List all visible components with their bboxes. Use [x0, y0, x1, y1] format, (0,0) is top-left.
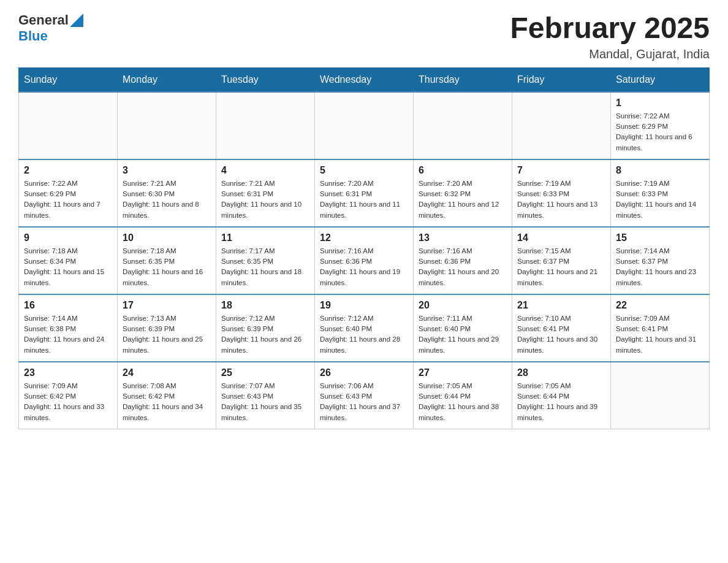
- calendar-subtitle: Mandal, Gujarat, India: [510, 47, 710, 61]
- calendar-cell: 13Sunrise: 7:16 AMSunset: 6:36 PMDayligh…: [414, 227, 512, 294]
- logo-triangle-icon: [70, 13, 83, 27]
- calendar-cell: 17Sunrise: 7:13 AMSunset: 6:39 PMDayligh…: [118, 294, 216, 362]
- calendar-cell: 11Sunrise: 7:17 AMSunset: 6:35 PMDayligh…: [216, 227, 315, 294]
- logo: General Blue: [18, 12, 83, 44]
- day-info: Sunrise: 7:11 AMSunset: 6:40 PMDaylight:…: [419, 313, 507, 356]
- calendar-cell: 1Sunrise: 7:22 AMSunset: 6:29 PMDaylight…: [611, 92, 710, 159]
- day-number: 14: [517, 232, 605, 243]
- calendar-week-1: 1Sunrise: 7:22 AMSunset: 6:29 PMDaylight…: [19, 92, 710, 159]
- calendar-cell: [315, 92, 414, 159]
- logo-general-text: General: [18, 12, 69, 28]
- col-monday: Monday: [118, 67, 216, 92]
- day-number: 12: [320, 232, 408, 243]
- calendar-cell: [611, 362, 710, 429]
- calendar-week-2: 2Sunrise: 7:22 AMSunset: 6:29 PMDaylight…: [19, 159, 710, 227]
- day-number: 1: [616, 98, 704, 109]
- calendar-cell: [19, 92, 118, 159]
- col-wednesday: Wednesday: [315, 67, 414, 92]
- day-number: 13: [419, 232, 507, 243]
- day-number: 17: [123, 300, 211, 311]
- calendar-cell: 2Sunrise: 7:22 AMSunset: 6:29 PMDaylight…: [19, 159, 118, 227]
- day-info: Sunrise: 7:09 AMSunset: 6:41 PMDaylight:…: [616, 313, 704, 356]
- col-saturday: Saturday: [611, 67, 710, 92]
- day-info: Sunrise: 7:19 AMSunset: 6:33 PMDaylight:…: [517, 178, 605, 221]
- day-info: Sunrise: 7:14 AMSunset: 6:38 PMDaylight:…: [24, 313, 112, 356]
- day-info: Sunrise: 7:22 AMSunset: 6:29 PMDaylight:…: [616, 111, 704, 153]
- day-info: Sunrise: 7:19 AMSunset: 6:33 PMDaylight:…: [616, 178, 704, 221]
- day-number: 18: [221, 300, 309, 311]
- day-number: 15: [616, 232, 704, 243]
- day-number: 11: [221, 232, 309, 243]
- calendar-week-3: 9Sunrise: 7:18 AMSunset: 6:34 PMDaylight…: [19, 227, 710, 294]
- calendar-cell: 14Sunrise: 7:15 AMSunset: 6:37 PMDayligh…: [512, 227, 611, 294]
- calendar-cell: 18Sunrise: 7:12 AMSunset: 6:39 PMDayligh…: [216, 294, 315, 362]
- day-number: 3: [123, 165, 211, 176]
- logo-blue-text: Blue: [18, 28, 48, 44]
- day-info: Sunrise: 7:05 AMSunset: 6:44 PMDaylight:…: [517, 381, 605, 423]
- calendar-table: Sunday Monday Tuesday Wednesday Thursday…: [18, 67, 710, 430]
- day-number: 24: [123, 367, 211, 378]
- calendar-cell: 7Sunrise: 7:19 AMSunset: 6:33 PMDaylight…: [512, 159, 611, 227]
- day-info: Sunrise: 7:05 AMSunset: 6:44 PMDaylight:…: [419, 381, 507, 423]
- calendar-cell: 16Sunrise: 7:14 AMSunset: 6:38 PMDayligh…: [19, 294, 118, 362]
- calendar-cell: 10Sunrise: 7:18 AMSunset: 6:35 PMDayligh…: [118, 227, 216, 294]
- day-info: Sunrise: 7:17 AMSunset: 6:35 PMDaylight:…: [221, 246, 309, 288]
- col-sunday: Sunday: [19, 67, 118, 92]
- day-info: Sunrise: 7:18 AMSunset: 6:35 PMDaylight:…: [123, 246, 211, 288]
- day-number: 19: [320, 300, 408, 311]
- calendar-week-5: 23Sunrise: 7:09 AMSunset: 6:42 PMDayligh…: [19, 362, 710, 429]
- calendar-header: Sunday Monday Tuesday Wednesday Thursday…: [19, 67, 710, 92]
- calendar-cell: 6Sunrise: 7:20 AMSunset: 6:32 PMDaylight…: [414, 159, 512, 227]
- calendar-cell: 27Sunrise: 7:05 AMSunset: 6:44 PMDayligh…: [414, 362, 512, 429]
- day-info: Sunrise: 7:07 AMSunset: 6:43 PMDaylight:…: [221, 381, 309, 423]
- day-number: 16: [24, 300, 112, 311]
- day-info: Sunrise: 7:15 AMSunset: 6:37 PMDaylight:…: [517, 246, 605, 288]
- day-info: Sunrise: 7:22 AMSunset: 6:29 PMDaylight:…: [24, 178, 112, 221]
- day-info: Sunrise: 7:14 AMSunset: 6:37 PMDaylight:…: [616, 246, 704, 288]
- day-number: 2: [24, 165, 112, 176]
- page-header: General Blue February 2025 Mandal, Gujar…: [18, 12, 710, 61]
- day-info: Sunrise: 7:21 AMSunset: 6:31 PMDaylight:…: [221, 178, 309, 221]
- calendar-cell: 12Sunrise: 7:16 AMSunset: 6:36 PMDayligh…: [315, 227, 414, 294]
- calendar-cell: 5Sunrise: 7:20 AMSunset: 6:31 PMDaylight…: [315, 159, 414, 227]
- calendar-cell: 4Sunrise: 7:21 AMSunset: 6:31 PMDaylight…: [216, 159, 315, 227]
- day-number: 22: [616, 300, 704, 311]
- calendar-cell: 24Sunrise: 7:08 AMSunset: 6:42 PMDayligh…: [118, 362, 216, 429]
- day-number: 6: [419, 165, 507, 176]
- col-thursday: Thursday: [414, 67, 512, 92]
- day-info: Sunrise: 7:16 AMSunset: 6:36 PMDaylight:…: [320, 246, 408, 288]
- calendar-cell: [414, 92, 512, 159]
- day-info: Sunrise: 7:21 AMSunset: 6:30 PMDaylight:…: [123, 178, 211, 221]
- calendar-cell: 3Sunrise: 7:21 AMSunset: 6:30 PMDaylight…: [118, 159, 216, 227]
- calendar-week-4: 16Sunrise: 7:14 AMSunset: 6:38 PMDayligh…: [19, 294, 710, 362]
- day-info: Sunrise: 7:09 AMSunset: 6:42 PMDaylight:…: [24, 381, 112, 423]
- day-number: 27: [419, 367, 507, 378]
- calendar-cell: 23Sunrise: 7:09 AMSunset: 6:42 PMDayligh…: [19, 362, 118, 429]
- calendar-body: 1Sunrise: 7:22 AMSunset: 6:29 PMDaylight…: [19, 92, 710, 429]
- day-info: Sunrise: 7:12 AMSunset: 6:40 PMDaylight:…: [320, 313, 408, 356]
- calendar-cell: 20Sunrise: 7:11 AMSunset: 6:40 PMDayligh…: [414, 294, 512, 362]
- day-number: 23: [24, 367, 112, 378]
- day-info: Sunrise: 7:20 AMSunset: 6:31 PMDaylight:…: [320, 178, 408, 221]
- day-number: 9: [24, 232, 112, 243]
- calendar-cell: 8Sunrise: 7:19 AMSunset: 6:33 PMDaylight…: [611, 159, 710, 227]
- col-tuesday: Tuesday: [216, 67, 315, 92]
- title-block: February 2025 Mandal, Gujarat, India: [510, 12, 710, 61]
- day-number: 28: [517, 367, 605, 378]
- day-info: Sunrise: 7:10 AMSunset: 6:41 PMDaylight:…: [517, 313, 605, 356]
- calendar-cell: 9Sunrise: 7:18 AMSunset: 6:34 PMDaylight…: [19, 227, 118, 294]
- calendar-cell: 15Sunrise: 7:14 AMSunset: 6:37 PMDayligh…: [611, 227, 710, 294]
- calendar-cell: 25Sunrise: 7:07 AMSunset: 6:43 PMDayligh…: [216, 362, 315, 429]
- day-number: 25: [221, 367, 309, 378]
- day-number: 26: [320, 367, 408, 378]
- calendar-title: February 2025: [510, 12, 710, 45]
- day-info: Sunrise: 7:16 AMSunset: 6:36 PMDaylight:…: [419, 246, 507, 288]
- day-info: Sunrise: 7:13 AMSunset: 6:39 PMDaylight:…: [123, 313, 211, 356]
- day-info: Sunrise: 7:06 AMSunset: 6:43 PMDaylight:…: [320, 381, 408, 423]
- day-number: 5: [320, 165, 408, 176]
- day-number: 20: [419, 300, 507, 311]
- calendar-cell: 26Sunrise: 7:06 AMSunset: 6:43 PMDayligh…: [315, 362, 414, 429]
- calendar-cell: 28Sunrise: 7:05 AMSunset: 6:44 PMDayligh…: [512, 362, 611, 429]
- calendar-cell: 19Sunrise: 7:12 AMSunset: 6:40 PMDayligh…: [315, 294, 414, 362]
- calendar-cell: 22Sunrise: 7:09 AMSunset: 6:41 PMDayligh…: [611, 294, 710, 362]
